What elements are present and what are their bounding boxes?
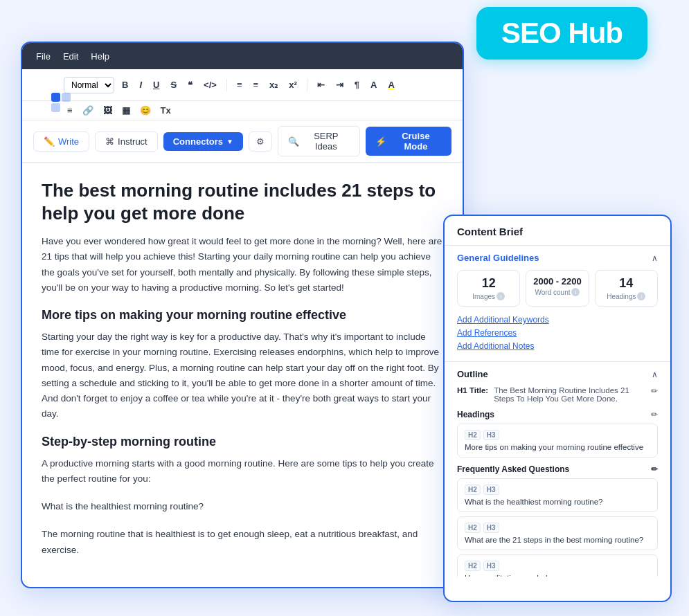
indent-right-button[interactable]: ⇥ [332, 78, 347, 91]
images-info-icon[interactable]: i [496, 292, 505, 300]
add-keywords-link[interactable]: Add Additional Keywords [457, 315, 658, 325]
general-guidelines-section: General Guidelines ∧ 12 Images i 2000 - … [445, 246, 670, 361]
outline-header: Outline ∧ [457, 369, 658, 379]
paragraph-2[interactable]: Starting your day the right way is key f… [42, 329, 443, 422]
settings-button[interactable]: ⚙ [249, 132, 272, 152]
images-value: 12 [462, 276, 515, 291]
h1-title-row: H1 Title: The Best Morning Routine Inclu… [457, 386, 658, 403]
faq1-h3-tag: H3 [483, 484, 499, 495]
faq1-h2-tag: H2 [465, 484, 481, 495]
article-title[interactable]: The best morning routine includes 21 ste… [42, 179, 443, 224]
formatting-toolbar: Normal B I U S ❝ </> ≡ ≡ x₂ x² ⇤ ⇥ ¶ A A [22, 69, 463, 101]
editor-window: File Edit Help Normal B I U S ❝ </> ≡ ≡ … [21, 42, 464, 588]
svg-rect-1 [62, 93, 71, 102]
paragraph-button[interactable]: ¶ [351, 78, 363, 91]
instruct-label: Instruct [118, 136, 147, 147]
menu-edit[interactable]: Edit [63, 51, 78, 62]
faq-edit-icon[interactable]: ✏ [651, 464, 658, 474]
quote-button[interactable]: ❝ [184, 78, 196, 91]
add-references-link[interactable]: Add References [457, 328, 658, 338]
paragraph-5[interactable]: The morning routine that is healthiest i… [42, 527, 443, 558]
headings-subsection-title: Headings [457, 410, 494, 419]
menu-file[interactable]: File [36, 51, 51, 62]
cruise-button[interactable]: ⚡ Cruise Mode [366, 127, 451, 156]
heading-card-1-text: More tips on making your morning routine… [465, 443, 650, 451]
images-stat: 12 Images i [457, 270, 520, 307]
headings-edit-icon[interactable]: ✏ [651, 410, 658, 419]
paragraph-1[interactable]: Have you ever wondered how great it woul… [42, 234, 443, 296]
toolbar-row2: ≡ 🔗 🖼 ▦ 😊 Tx [22, 101, 463, 120]
write-label: Write [58, 136, 79, 147]
section-2: Step-by-step morning routine A productiv… [42, 435, 443, 558]
faq-card-3: H2 H3 How meditation can help [457, 554, 658, 577]
serp-icon: 🔍 [288, 136, 299, 147]
write-button[interactable]: ✏️ Write [33, 132, 89, 152]
faq3-h3-tag: H3 [483, 561, 499, 571]
outline-section: Outline ∧ H1 Title: The Best Morning Rou… [445, 362, 670, 577]
headings-subsection-header: Headings ✏ [457, 410, 658, 419]
word-count-info-icon[interactable]: i [571, 288, 580, 296]
faq-card-1: H2 H3 What is the healthiest morning rou… [457, 478, 658, 512]
faq-subsection: Frequently Asked Questions ✏ H2 H3 What … [457, 464, 658, 577]
faq-tags-2: H2 H3 [465, 523, 650, 533]
faq2-h2-tag: H2 [465, 523, 481, 533]
table-button[interactable]: ▦ [118, 104, 134, 117]
headings-value: 14 [600, 276, 653, 291]
images-label: Images i [462, 292, 515, 300]
add-notes-link[interactable]: Add Additional Notes [457, 341, 658, 351]
heading-2[interactable]: More tips on making your morning routine… [42, 308, 443, 323]
general-guidelines-title: General Guidelines [457, 253, 539, 263]
outline-chevron[interactable]: ∧ [652, 370, 658, 379]
code-button[interactable]: </> [200, 78, 220, 91]
headings-info-icon[interactable]: i [637, 292, 645, 300]
ul-button[interactable]: ≡ [249, 78, 262, 91]
underline-button[interactable]: U [150, 78, 163, 91]
faq-card-2: H2 H3 What are the 21 steps in the best … [457, 516, 658, 550]
general-guidelines-header: General Guidelines ∧ [457, 253, 658, 263]
instruct-button[interactable]: ⌘ Instruct [95, 132, 158, 152]
write-icon: ✏️ [44, 136, 55, 147]
content-brief-panel: Content Brief General Guidelines ∧ 12 Im… [443, 215, 672, 602]
connectors-button[interactable]: Connectors ▼ [163, 132, 243, 151]
ol-button[interactable]: ≡ [233, 78, 246, 91]
h1-edit-icon[interactable]: ✏ [651, 386, 658, 396]
font-highlight-button[interactable]: A [384, 78, 397, 91]
bold-button[interactable]: B [118, 78, 132, 91]
heading-tags-1: H2 H3 [465, 430, 650, 440]
app-icon [48, 90, 73, 115]
paragraph-4[interactable]: What is the healthiest morning routine? [42, 499, 443, 514]
font-color-button[interactable]: A [367, 78, 380, 91]
h3-tag: H3 [483, 430, 499, 440]
h2-tag: H2 [465, 430, 481, 440]
headings-subsection: Headings ✏ H2 H3 More tips on making you… [457, 410, 658, 458]
cruise-icon: ⚡ [375, 136, 386, 147]
clear-format-button[interactable]: Tx [157, 104, 175, 117]
subscript-button[interactable]: x₂ [266, 78, 281, 91]
faq-section-title-row: Frequently Asked Questions ✏ [457, 464, 658, 474]
general-guidelines-chevron[interactable]: ∧ [652, 253, 658, 263]
faq-title: Frequently Asked Questions [457, 464, 569, 474]
divider1 [226, 79, 227, 91]
action-toolbar: ✏️ Write ⌘ Instruct Connectors ▼ ⚙ 🔍 SER… [22, 120, 463, 163]
section-1: More tips on making your morning routine… [42, 308, 443, 422]
serp-button[interactable]: 🔍 SERP Ideas [278, 126, 360, 156]
link-button[interactable]: 🔗 [79, 104, 97, 117]
connectors-label: Connectors [173, 136, 223, 147]
word-count-stat: 2000 - 2200 Word count i [526, 270, 589, 307]
indent-left-button[interactable]: ⇤ [314, 78, 328, 91]
faq-card-3-text: How meditation can help [465, 574, 650, 577]
image-button[interactable]: 🖼 [100, 104, 116, 117]
serp-label: SERP Ideas [303, 131, 350, 152]
brief-header: Content Brief [445, 216, 670, 246]
heading-3[interactable]: Step-by-step morning routine [42, 435, 443, 449]
emoji-button[interactable]: 😊 [136, 104, 154, 117]
outline-title: Outline [457, 369, 488, 379]
italic-button[interactable]: I [136, 78, 145, 91]
paragraph-3[interactable]: A productive morning starts with a good … [42, 456, 443, 487]
strikethrough-button[interactable]: S [167, 78, 180, 91]
brief-title: Content Brief [457, 226, 523, 237]
svg-rect-2 [51, 103, 60, 112]
menu-help[interactable]: Help [91, 51, 109, 62]
superscript-button[interactable]: x² [285, 78, 301, 91]
seo-hub-badge: SEO Hub [476, 7, 647, 60]
